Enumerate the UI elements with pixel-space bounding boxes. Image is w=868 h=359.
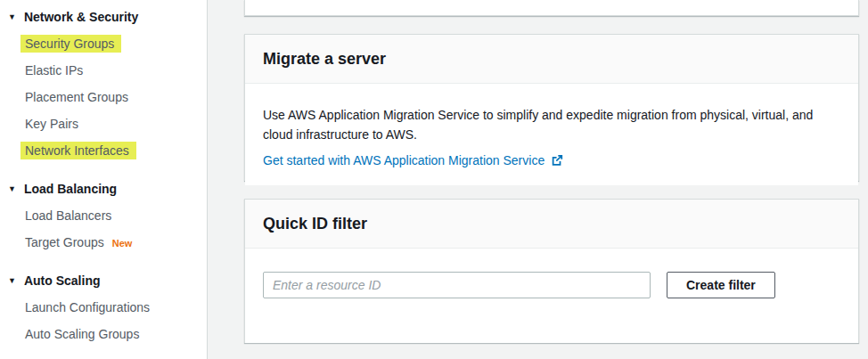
- sidebar-section-label: Network & Security: [24, 10, 138, 24]
- sidebar-item-label: Launch Configurations: [25, 300, 150, 314]
- sidebar-item-security-groups[interactable]: Security Groups: [0, 30, 207, 57]
- migration-service-link[interactable]: Get started with AWS Application Migrati…: [263, 153, 563, 167]
- sidebar-section-label: Load Balancing: [24, 182, 117, 196]
- sidebar-item-launch-configurations[interactable]: Launch Configurations: [0, 294, 207, 321]
- sidebar-header-auto-scaling[interactable]: ▼ Auto Scaling: [0, 267, 207, 294]
- chevron-down-icon: ▼: [8, 13, 16, 21]
- sidebar-item-label: Key Pairs: [25, 117, 78, 131]
- chevron-down-icon: ▼: [8, 185, 16, 193]
- resource-id-input[interactable]: [263, 272, 651, 298]
- create-filter-button[interactable]: Create filter: [667, 272, 775, 298]
- sidebar-item-label: Target Groups: [25, 235, 104, 249]
- sidebar-item-label: Load Balancers: [25, 208, 111, 223]
- sidebar-section-network-security: ▼ Network & Security Security Groups Ela…: [0, 4, 207, 164]
- external-link-icon: [551, 154, 563, 167]
- dashboard-content: Migrate a server Use AWS Application Mig…: [207, 0, 868, 359]
- partial-card-above: [244, 0, 859, 16]
- migrate-server-card: Migrate a server Use AWS Application Mig…: [244, 34, 859, 181]
- sidebar-item-load-balancers[interactable]: Load Balancers: [0, 202, 207, 229]
- ec2-sidebar: ▼ Network & Security Security Groups Ela…: [0, 0, 207, 359]
- sidebar-section-label: Auto Scaling: [24, 273, 101, 288]
- migrate-card-description: Use AWS Application Migration Service to…: [263, 105, 840, 144]
- migration-service-link-label: Get started with AWS Application Migrati…: [263, 153, 545, 167]
- quick-id-filter-card: Quick ID filter Create filter: [244, 199, 859, 343]
- filter-card-header: Quick ID filter: [245, 200, 858, 249]
- filter-card-body: Create filter: [245, 249, 858, 343]
- sidebar-item-target-groups[interactable]: Target Groups New: [0, 229, 207, 256]
- filter-card-title: Quick ID filter: [263, 215, 367, 233]
- sidebar-item-placement-groups[interactable]: Placement Groups: [0, 84, 207, 110]
- sidebar-item-network-interfaces[interactable]: Network Interfaces: [0, 137, 207, 164]
- migrate-card-header: Migrate a server: [245, 35, 858, 84]
- sidebar-section-auto-scaling: ▼ Auto Scaling Launch Configurations Aut…: [0, 267, 207, 347]
- sidebar-item-label: Placement Groups: [25, 90, 128, 104]
- sidebar-header-network-security[interactable]: ▼ Network & Security: [0, 4, 207, 30]
- sidebar-item-label: Elastic IPs: [25, 63, 83, 78]
- sidebar-item-label: Auto Scaling Groups: [25, 327, 139, 341]
- sidebar-header-load-balancing[interactable]: ▼ Load Balancing: [0, 175, 207, 202]
- migrate-card-body: Use AWS Application Migration Service to…: [245, 84, 858, 185]
- migrate-card-title: Migrate a server: [263, 50, 386, 68]
- sidebar-item-elastic-ips[interactable]: Elastic IPs: [0, 57, 207, 84]
- highlighted-label: Security Groups: [20, 35, 121, 53]
- sidebar-section-load-balancing: ▼ Load Balancing Load Balancers Target G…: [0, 175, 207, 256]
- sidebar-item-key-pairs[interactable]: Key Pairs: [0, 110, 207, 137]
- sidebar-item-auto-scaling-groups[interactable]: Auto Scaling Groups: [0, 321, 207, 347]
- new-badge: New: [112, 236, 133, 249]
- chevron-down-icon: ▼: [8, 277, 16, 285]
- highlighted-label: Network Interfaces: [20, 142, 136, 159]
